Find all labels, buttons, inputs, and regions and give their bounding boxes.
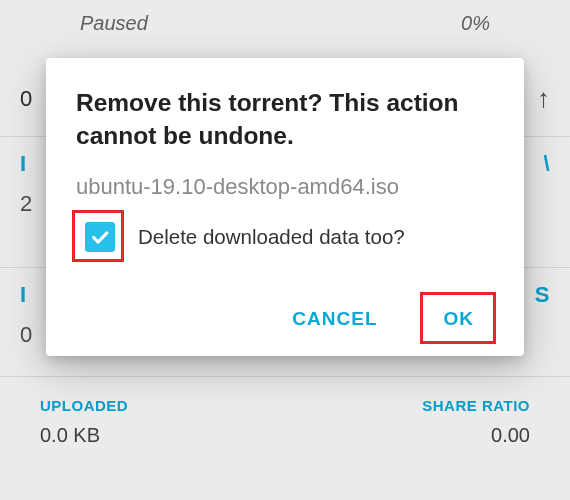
check-icon [89, 226, 111, 248]
dialog-actions: CANCEL OK [76, 296, 498, 342]
delete-data-row[interactable]: Delete downloaded data too? [76, 222, 498, 252]
delete-data-checkbox[interactable] [85, 222, 115, 252]
ok-button[interactable]: OK [426, 296, 493, 342]
remove-torrent-dialog: Remove this torrent? This action cannot … [46, 58, 524, 356]
dialog-title: Remove this torrent? This action cannot … [76, 86, 498, 152]
modal-overlay: Remove this torrent? This action cannot … [0, 0, 570, 500]
delete-data-label: Delete downloaded data too? [138, 225, 405, 249]
torrent-filename: ubuntu-19.10-desktop-amd64.iso [76, 174, 498, 200]
cancel-button[interactable]: CANCEL [274, 296, 395, 342]
